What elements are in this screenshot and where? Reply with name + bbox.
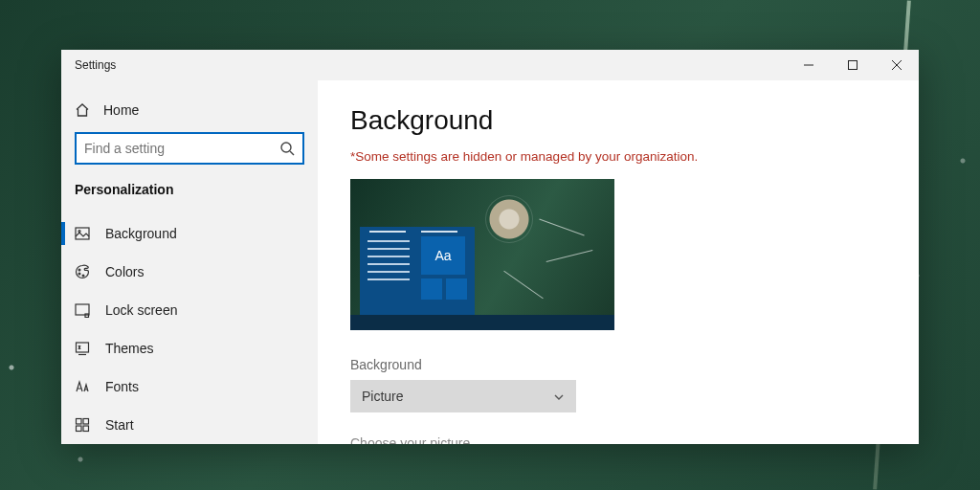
sidebar-item-fonts[interactable]: Fonts (61, 368, 318, 406)
search-wrap (75, 132, 304, 165)
background-dropdown-value: Picture (362, 389, 404, 404)
search-input[interactable] (75, 132, 304, 165)
nav-home[interactable]: Home (61, 94, 318, 126)
sidebar-item-label: Start (105, 417, 134, 433)
close-button[interactable] (875, 50, 919, 80)
window-controls (787, 50, 919, 80)
sidebar-item-label: Colors (105, 264, 144, 279)
desktop-preview: Aa (350, 179, 614, 330)
svg-rect-17 (77, 426, 82, 432)
maximize-button[interactable] (831, 50, 875, 80)
svg-point-7 (78, 231, 80, 233)
sidebar-item-lock-screen[interactable]: Lock screen (61, 291, 318, 329)
preview-sample-tile: Aa (421, 236, 465, 275)
svg-rect-12 (85, 314, 89, 318)
window-title: Settings (75, 58, 116, 72)
svg-point-4 (281, 143, 291, 152)
svg-rect-16 (83, 419, 89, 425)
start-icon (75, 417, 90, 433)
titlebar: Settings (61, 50, 919, 80)
svg-point-9 (78, 273, 80, 275)
svg-rect-18 (83, 426, 89, 432)
sidebar-item-label: Background (105, 226, 177, 241)
svg-rect-6 (76, 228, 89, 239)
svg-rect-1 (849, 61, 858, 70)
svg-rect-15 (77, 419, 82, 425)
sidebar-item-label: Lock screen (105, 302, 177, 318)
minimize-button[interactable] (787, 50, 831, 80)
sidebar: Home Personalization Background (61, 80, 318, 444)
chevron-down-icon (553, 390, 565, 402)
page-title: Background (350, 105, 919, 136)
sidebar-item-label: Fonts (105, 379, 139, 394)
svg-point-10 (82, 275, 84, 277)
picture-icon (75, 226, 90, 241)
managed-warning: *Some settings are hidden or managed by … (350, 149, 919, 164)
svg-rect-13 (77, 343, 89, 352)
fonts-icon (75, 379, 90, 394)
background-dropdown[interactable]: Picture (350, 380, 576, 412)
sidebar-item-themes[interactable]: Themes (61, 329, 318, 368)
choose-picture-label: Choose your picture (350, 435, 919, 444)
search-icon (279, 141, 295, 156)
settings-window: Settings Home (61, 50, 919, 444)
content-pane: Background *Some settings are hidden or … (318, 80, 919, 444)
svg-line-5 (290, 151, 294, 155)
sidebar-category: Personalization (61, 180, 318, 214)
sidebar-nav: Background Colors Lock screen (61, 214, 318, 444)
nav-home-label: Home (103, 102, 139, 118)
background-field-label: Background (350, 357, 919, 372)
palette-icon (75, 264, 90, 279)
sidebar-item-background[interactable]: Background (61, 214, 318, 253)
svg-rect-11 (76, 304, 89, 315)
sidebar-item-colors[interactable]: Colors (61, 253, 318, 291)
home-icon (75, 102, 90, 118)
sidebar-item-start[interactable]: Start (61, 406, 318, 444)
themes-icon (75, 341, 90, 356)
lock-screen-icon (75, 302, 90, 318)
svg-point-8 (78, 269, 80, 271)
sidebar-item-label: Themes (105, 341, 154, 356)
